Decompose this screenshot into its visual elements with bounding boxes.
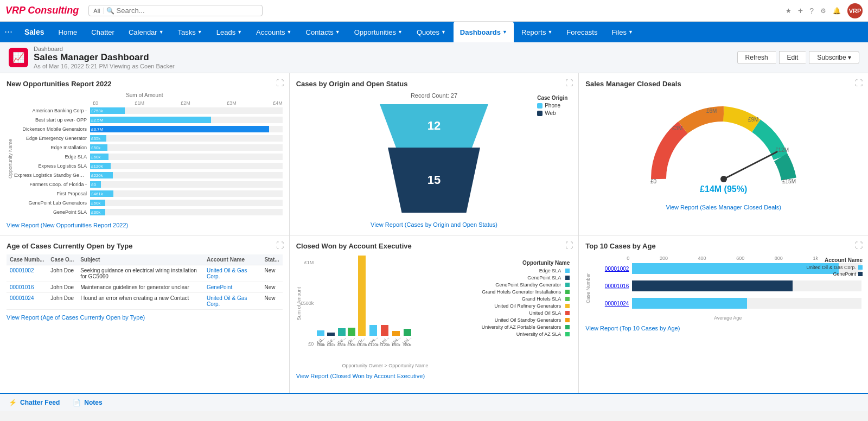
web-color	[537, 111, 542, 116]
phone-color	[537, 103, 542, 109]
nav-item-tasks[interactable]: Tasks ▼	[171, 22, 209, 42]
nav-item-chatter[interactable]: Chatter	[85, 22, 121, 42]
page-title: Sales Manager Dashboard	[34, 52, 175, 63]
svg-point-7	[720, 176, 727, 182]
bar-group: Ed...£60k Ge...£30k Ge...£85k Gr...£90k …	[316, 260, 470, 347]
refresh-button[interactable]: Refresh	[737, 51, 776, 64]
add-icon[interactable]: +	[798, 6, 803, 16]
bar-row: GenePoint SLA£30k	[14, 208, 283, 216]
top10-legend: Account Name United Oil & Gas Corp. Gene…	[806, 257, 863, 277]
view-report-link[interactable]: View Report (Top 10 Cases by Age)	[585, 325, 861, 331]
legend-web: Web	[537, 110, 567, 116]
closed-bar: Ge...£85k	[337, 328, 346, 347]
col-status: Stat...	[261, 254, 282, 265]
nav-item-quotes[interactable]: Quotes ▼	[410, 22, 452, 42]
setup-icon[interactable]: ⚙	[820, 7, 826, 15]
funnel-bottom: 15	[388, 148, 480, 213]
case-label: 00001024	[594, 301, 632, 307]
view-report-link[interactable]: View Report (Age of Cases Currently Open…	[7, 314, 283, 321]
closed-bar: Uni...£120k	[368, 325, 379, 347]
top-icons: ★ + ? ⚙ 🔔 VRP	[786, 3, 863, 18]
chatter-feed-label: Chatter Feed	[20, 399, 60, 406]
favorites-icon[interactable]: ★	[786, 7, 792, 15]
nav-item-reports[interactable]: Reports ▼	[515, 22, 559, 42]
notes-tab[interactable]: 📄 Notes	[73, 399, 102, 406]
chatter-feed-tab[interactable]: ⚡ Chatter Feed	[9, 399, 60, 406]
account-link[interactable]: United Oil & Gas Corp.	[207, 267, 247, 279]
new-opportunities-chart: Sum of Amount Opportunity Name £0 £1M £2…	[7, 92, 283, 218]
bar-row: Express Logistics Standby Generator£220k	[14, 171, 283, 179]
nav-item-home[interactable]: Home	[52, 22, 84, 42]
top10-row: 00001016	[594, 280, 861, 291]
bar-track	[632, 280, 861, 291]
account-link[interactable]: GenePoint	[207, 284, 232, 290]
expand-icon[interactable]: ⛶	[565, 241, 573, 250]
subscribe-button[interactable]: Subscribe ▾	[809, 51, 859, 64]
page-subtitle: As of Mar 16, 2022 5:21 PM Viewing as Co…	[34, 63, 175, 69]
nav-item-dashboards[interactable]: Dashboards ▼	[454, 22, 514, 42]
expand-icon[interactable]: ⛶	[855, 79, 863, 87]
case-link[interactable]: 00001024	[10, 295, 34, 301]
dashboard-actions: Refresh Edit Subscribe ▾	[737, 51, 859, 64]
closed-bar: Gr...£90k	[347, 328, 355, 347]
closed-bar: Gr...£915k	[357, 256, 367, 347]
view-report-link[interactable]: View Report (New Opportunities Report 20…	[7, 222, 283, 228]
avatar[interactable]: VRP	[847, 3, 863, 18]
note-icon: 📄	[73, 399, 81, 406]
notification-icon[interactable]: 🔔	[833, 7, 841, 15]
bar-row: Edge SLA£60k	[14, 153, 283, 161]
closed-won-content: £1M £500k £0 Ed...£60k Ge...£30k Ge...£8…	[296, 254, 572, 368]
col-subject: Subject	[77, 254, 203, 265]
record-count: Record Count: 27	[296, 92, 572, 99]
expand-icon[interactable]: ⛶	[565, 79, 573, 87]
closed-bar: Ed...£60k	[316, 330, 325, 347]
view-report-link[interactable]: View Report (Cases by Origin and Open St…	[296, 221, 572, 228]
dash-header-left: 📈 Dashboard Sales Manager Dashboard As o…	[9, 46, 175, 69]
svg-text:£9M: £9M	[748, 117, 758, 123]
nav-item-opportunities[interactable]: Opportunities ▼	[348, 22, 409, 42]
chart-scale: £0 £1M £2M £3M £4M	[93, 100, 283, 106]
help-icon[interactable]: ?	[809, 7, 814, 15]
bar-row: American Banking Corp -£753k	[14, 107, 283, 114]
origin-legend: Case Origin Phone Web	[537, 95, 567, 118]
y-axis-label: Case Number	[585, 256, 594, 321]
funnel-chart: 12 15	[296, 104, 572, 213]
case-link[interactable]: 00001016	[10, 284, 34, 290]
nav-item-accounts[interactable]: Accounts ▼	[250, 22, 298, 42]
nav-item-calendar[interactable]: Calendar ▼	[122, 22, 170, 42]
age-cases-table: Case Numb... Case O... Subject Account N…	[7, 254, 283, 310]
search-input[interactable]	[117, 7, 258, 15]
funnel-top: 12	[380, 104, 488, 148]
x-axis-label: Opportunity Owner > Opportunity Name	[296, 363, 475, 368]
case-link[interactable]: 00001002	[10, 267, 34, 273]
dashboard-header: 📈 Dashboard Sales Manager Dashboard As o…	[0, 42, 868, 73]
expand-icon[interactable]: ⛶	[855, 241, 863, 250]
case-label: 00001002	[594, 266, 632, 272]
closed-won-legend: Opportunity Name Edge SLA GenePoint SLA …	[474, 254, 572, 368]
account-link[interactable]: United Oil & Gas Corp.	[207, 295, 247, 307]
cases-by-origin-panel: Cases by Origin and Open Status ⛶ Case O…	[290, 73, 579, 235]
notes-label: Notes	[84, 399, 102, 406]
view-report-link[interactable]: View Report (Closed Won by Account Execu…	[296, 373, 572, 379]
view-report-link[interactable]: View Report (Sales Manager Closed Deals)	[585, 204, 861, 210]
logo: VRP Consulting	[5, 5, 79, 16]
search-dropdown[interactable]: All	[93, 8, 104, 14]
nav-item-forecasts[interactable]: Forecasts	[560, 22, 604, 42]
app-launcher-icon[interactable]: ⋅⋅⋅	[4, 27, 12, 37]
expand-icon[interactable]: ⛶	[276, 79, 284, 87]
nav-item-contacts[interactable]: Contacts ▼	[299, 22, 347, 42]
age-cases-panel: Age of Cases Currently Open by Type ⛶ Ca…	[0, 235, 289, 393]
case-label: 00001016	[594, 283, 632, 289]
bar-fill	[632, 298, 746, 309]
nav-bar: ⋅⋅⋅ Sales Home Chatter Calendar ▼ Tasks …	[0, 22, 868, 42]
closed-won-chart-area: £1M £500k £0 Ed...£60k Ge...£30k Ge...£8…	[296, 254, 475, 368]
nav-item-leads[interactable]: Leads ▼	[210, 22, 248, 42]
expand-icon[interactable]: ⛶	[276, 241, 284, 250]
col-case-owner: Case O...	[47, 254, 77, 265]
edit-button[interactable]: Edit	[779, 51, 806, 64]
col-account-name: Account Name	[203, 254, 261, 265]
y-axis: £1M £500k £0	[301, 260, 316, 347]
search-bar[interactable]: All 🔍	[88, 5, 262, 16]
nav-item-files[interactable]: Files ▼	[605, 22, 639, 42]
dashboard-grid: New Opportunities Report 2022 ⛶ Sum of A…	[0, 73, 868, 393]
